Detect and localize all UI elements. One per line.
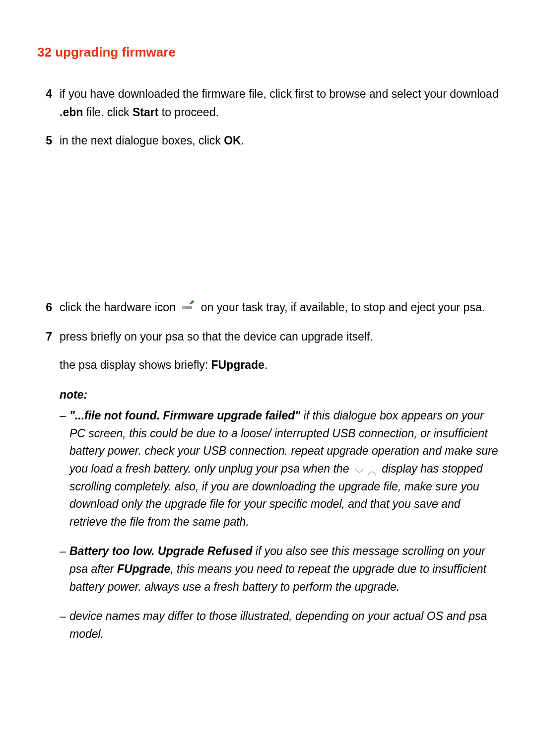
- note-item-2: – Battery too low. Upgrade Refused if yo…: [60, 543, 499, 596]
- step-text: in the next dialogue boxes, click: [60, 134, 224, 147]
- note-block: note: – "...file not found. Firmware upg…: [60, 386, 499, 643]
- step-text: if you have downloaded the firmware file…: [60, 87, 295, 100]
- step-text: .: [241, 134, 244, 147]
- note-dash: –: [60, 608, 69, 643]
- step-6: 6 click the hardware icon on your task t…: [37, 298, 499, 317]
- step-body: if you have downloaded the firmware file…: [60, 85, 499, 122]
- error-battery-low: Battery too low. Upgrade Refused: [69, 545, 252, 557]
- step-body: click the hardware icon on your task tra…: [60, 298, 499, 317]
- step-text: click the hardware icon: [60, 301, 179, 314]
- step-7-extra: the psa display shows briefly: FUpgrade.: [60, 356, 499, 374]
- step-text: to proceed.: [158, 106, 218, 119]
- note-label: note:: [60, 386, 499, 404]
- step-number: 5: [37, 132, 52, 150]
- fupgrade-label: FUpgrade: [211, 358, 265, 371]
- psa-display-icon: [354, 465, 377, 475]
- note-body: device names may differ to those illustr…: [69, 608, 499, 643]
- screenshot-placeholder: [37, 159, 499, 298]
- step-number: 6: [37, 298, 52, 317]
- step-number: 4: [37, 85, 52, 122]
- step-number: 7: [37, 328, 52, 346]
- note-item-1: – "...file not found. Firmware upgrade f…: [60, 407, 499, 531]
- step-7: 7 press briefly on your psa so that the …: [37, 328, 499, 346]
- hardware-eject-icon: [181, 299, 196, 318]
- step-4: 4 if you have downloaded the firmware fi…: [37, 85, 499, 122]
- note-body: Battery too low. Upgrade Refused if you …: [69, 543, 499, 596]
- note-dash: –: [60, 543, 69, 596]
- note-text: device names may differ to those illustr…: [69, 610, 487, 640]
- page-header: 32 upgrading firmware: [37, 45, 499, 60]
- header-title: upgrading firmware: [55, 45, 176, 60]
- step-text: the psa display shows briefly:: [60, 358, 211, 371]
- ebn-label: .ebn: [60, 106, 83, 119]
- step-body: press briefly on your psa so that the de…: [60, 328, 499, 346]
- step-text: file. click: [83, 106, 133, 119]
- step-body: in the next dialogue boxes, click OK.: [60, 132, 499, 150]
- step-text: press: [60, 330, 91, 343]
- note-body: "...file not found. Firmware upgrade fai…: [69, 407, 499, 531]
- step-5: 5 in the next dialogue boxes, click OK.: [37, 132, 499, 150]
- error-file-not-found: "...file not found. Firmware upgrade fai…: [69, 409, 300, 422]
- step-text: first to browse and select your download: [295, 87, 498, 100]
- start-label: Start: [133, 106, 158, 119]
- step-text: on your task tray, if available, to stop…: [201, 301, 485, 314]
- page-number: 32: [37, 45, 52, 60]
- ok-label: OK: [224, 134, 241, 147]
- fupgrade-label: FUpgrade: [117, 562, 170, 575]
- step-text: .: [265, 358, 268, 371]
- svg-rect-1: [183, 307, 185, 308]
- step-text: briefly on your psa so that the device c…: [91, 330, 373, 343]
- note-dash: –: [60, 407, 69, 531]
- note-item-3: – device names may differ to those illus…: [60, 608, 499, 643]
